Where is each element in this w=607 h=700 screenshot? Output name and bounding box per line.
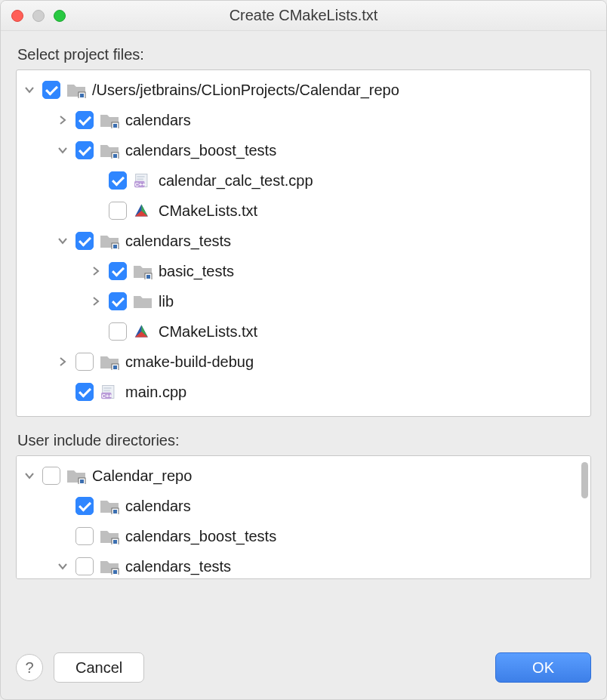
chevron-down-icon[interactable] (56, 143, 69, 157)
tree-item-label: cmake-build-debug (125, 353, 254, 371)
tree-row[interactable]: calendars_tests (23, 226, 584, 256)
chevron-right-icon[interactable] (89, 294, 103, 308)
checkbox[interactable] (75, 232, 94, 250)
checkbox[interactable] (75, 111, 94, 129)
checkbox[interactable] (42, 81, 60, 99)
tree-row[interactable]: CMakeLists.txt (23, 316, 584, 347)
chevron-down-icon[interactable] (23, 83, 36, 97)
checkbox[interactable] (75, 527, 94, 545)
checkbox[interactable] (75, 141, 94, 159)
folder-module-icon (66, 467, 86, 484)
tree-item-label: calendars_boost_tests (125, 528, 276, 545)
cpp-icon (100, 384, 119, 400)
checkbox[interactable] (109, 202, 127, 220)
folder-module-icon (100, 528, 119, 544)
tree-item-label: CMakeLists.txt (159, 323, 257, 341)
help-button[interactable]: ? (16, 654, 43, 681)
checkbox[interactable] (75, 353, 94, 371)
cancel-button[interactable]: Cancel (54, 652, 144, 683)
folder-module-icon (100, 353, 119, 370)
tree-item-label: calendar_calc_test.cpp (159, 172, 313, 190)
window-controls (11, 10, 66, 22)
tree-item-label: calendars (125, 112, 191, 129)
checkbox[interactable] (109, 292, 127, 310)
tree-item-label: calendars (125, 498, 191, 515)
chevron-down-icon[interactable] (56, 234, 69, 248)
chevron-right-icon[interactable] (56, 355, 69, 369)
folder-module-icon (100, 498, 119, 514)
checkbox[interactable] (109, 322, 127, 341)
cpp-icon (133, 172, 153, 189)
tree-row[interactable]: Calendar_repo (23, 461, 584, 491)
tree-item-label: calendars_boost_tests (125, 142, 276, 159)
folder-module-icon (66, 82, 86, 98)
checkbox[interactable] (109, 171, 127, 190)
tree-row[interactable]: calendars_tests (23, 551, 584, 579)
close-icon[interactable] (11, 10, 23, 22)
tree-row[interactable]: calendars (23, 491, 584, 521)
tree-item-label: main.cpp (125, 384, 186, 401)
minimize-icon (32, 10, 45, 22)
tree-row[interactable]: CMakeLists.txt (23, 196, 584, 226)
tree-item-label: Calendar_repo (92, 467, 192, 485)
checkbox[interactable] (75, 497, 94, 515)
tree-row[interactable]: calendars_boost_tests (23, 135, 584, 165)
cmake-icon (133, 202, 153, 219)
tree-item-label: lib (159, 293, 174, 310)
window-title: Create CMakeLists.txt (230, 7, 378, 24)
dialog-window: Create CMakeLists.txt Select project fil… (0, 0, 607, 700)
tree-row[interactable]: cmake-build-debug (23, 347, 584, 377)
include-dirs-label: User include directories: (17, 432, 590, 449)
project-files-label: Select project files: (17, 46, 590, 63)
cancel-button-label: Cancel (75, 659, 122, 677)
folder-module-icon (100, 233, 119, 249)
ok-button[interactable]: OK (495, 652, 591, 683)
help-icon: ? (25, 659, 33, 677)
tree-row[interactable]: calendars (23, 105, 584, 135)
chevron-right-icon[interactable] (89, 264, 103, 278)
tree-item-label: basic_tests (159, 263, 234, 280)
checkbox[interactable] (75, 557, 94, 575)
titlebar: Create CMakeLists.txt (1, 1, 606, 31)
folder-icon (133, 293, 153, 310)
tree-item-label: calendars_tests (125, 558, 231, 575)
ok-button-label: OK (532, 659, 554, 677)
tree-row[interactable]: calendars_boost_tests (23, 521, 584, 551)
chevron-down-icon[interactable] (23, 469, 36, 483)
checkbox[interactable] (75, 383, 94, 401)
checkbox[interactable] (109, 262, 127, 280)
checkbox[interactable] (42, 467, 60, 485)
include-dirs-tree[interactable]: Calendar_repocalendarscalendars_boost_te… (16, 455, 591, 579)
tree-row[interactable]: main.cpp (23, 377, 584, 407)
zoom-icon[interactable] (54, 10, 66, 22)
tree-row[interactable]: calendar_calc_test.cpp (23, 165, 584, 196)
folder-module-icon (100, 142, 119, 159)
tree-item-label: calendars_tests (125, 233, 231, 250)
folder-module-icon (133, 263, 153, 279)
chevron-down-icon[interactable] (56, 560, 69, 573)
tree-row[interactable]: basic_tests (23, 256, 584, 286)
tree-row[interactable]: /Users/jetbrains/CLionProjects/Calendar_… (23, 75, 584, 105)
tree-row[interactable]: lib (23, 286, 584, 316)
tree-item-label: CMakeLists.txt (159, 202, 257, 220)
chevron-right-icon[interactable] (56, 113, 69, 127)
project-files-tree[interactable]: /Users/jetbrains/CLionProjects/Calendar_… (16, 69, 591, 417)
scrollbar-thumb[interactable] (581, 462, 588, 498)
tree-item-label: /Users/jetbrains/CLionProjects/Calendar_… (92, 82, 399, 99)
folder-module-icon (100, 558, 119, 575)
dialog-content: Select project files: /Users/jetbrains/C… (1, 31, 606, 646)
dialog-footer: ? Cancel OK (1, 646, 606, 699)
folder-module-icon (100, 112, 119, 128)
cmake-icon (133, 323, 153, 340)
